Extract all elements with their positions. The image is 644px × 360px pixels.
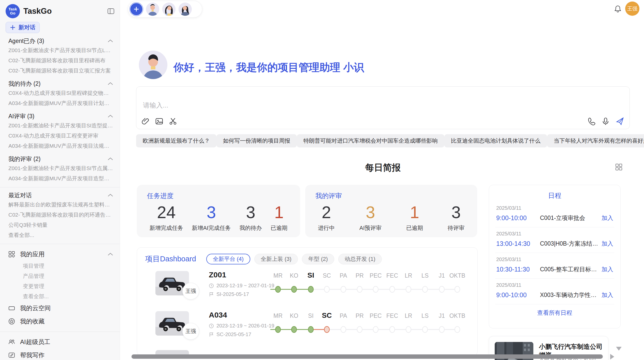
suggestion-chip[interactable]: 当下年轻人对汽车外观有怎样的喜好趋势 xyxy=(547,134,644,147)
project-daterange: 2023-12-19 ~ 2026-01-19 xyxy=(209,323,274,329)
app-subitem[interactable]: 变更管理 xyxy=(0,281,120,291)
assistant-person-icon xyxy=(139,51,167,79)
dashboard-tab[interactable]: 年型 (2) xyxy=(302,254,334,264)
section-header[interactable]: AI评审 (3) xyxy=(0,112,120,121)
schedule-date: 2025/03/11 xyxy=(489,231,620,237)
new-chat-button[interactable]: 新对话 xyxy=(6,22,40,33)
view-all-schedule-link[interactable]: 查看所有日程 xyxy=(489,309,620,317)
notification-bell-icon[interactable] xyxy=(613,5,622,13)
project-flag-text: SC-2025-05-17 xyxy=(216,332,251,337)
sidebar-item-help-write[interactable]: 帮我写作 xyxy=(0,349,120,360)
schedule-event-name: X003-车辆动力学性能验... xyxy=(540,291,598,299)
send-icon[interactable] xyxy=(616,117,624,125)
app-subitem[interactable]: 查看全部... xyxy=(0,291,120,302)
layout-grid-icon[interactable] xyxy=(615,163,623,171)
dashboard-tab[interactable]: 全新平台 (4) xyxy=(206,254,250,264)
recent-item[interactable]: 公司Q3轻卡销量 xyxy=(0,220,120,230)
schedule-card: 日程 2025/03/119:00-10:00C001-立项审批会加入2025/… xyxy=(489,185,621,328)
flag-icon xyxy=(209,292,214,297)
stat-label: 新增完成任务 xyxy=(150,224,183,232)
user-avatar[interactable]: 王强 xyxy=(625,2,639,16)
join-meeting-link[interactable]: 加入 xyxy=(602,265,613,273)
sidebar-item[interactable]: C02-飞腾新能源轻客改款项目里程碑画布 xyxy=(0,55,120,66)
stat-item: 1已逾期 xyxy=(271,203,287,232)
svg-text:PR: PR xyxy=(356,312,364,319)
flag-icon xyxy=(209,332,214,337)
sidebar-item[interactable]: C02-飞腾新能源轻客改款项目立项汇报方案 xyxy=(0,66,120,76)
recent-item[interactable]: 查看全部... xyxy=(0,230,120,240)
project-row[interactable]: 王强Z001 2023-12-19 ~ 2027-01-19 SI-2025-0… xyxy=(137,267,477,307)
assistant-avatar xyxy=(139,51,167,79)
sidebar-item[interactable]: A034-全新新能源MUV产品开发项目法规符合性评审 xyxy=(0,141,120,151)
section-header[interactable]: 我的评审 (2) xyxy=(0,155,120,163)
sidebar-item-favorites[interactable]: 我的收藏 xyxy=(0,315,120,328)
chat-input-box[interactable]: 请输入... xyxy=(136,86,630,129)
apps-grid-icon xyxy=(8,251,15,258)
people-icon xyxy=(8,339,15,345)
sidebar-item-ai-employee[interactable]: AI超级员工 xyxy=(0,335,120,349)
chevron-up-icon xyxy=(108,115,113,118)
phone-call-icon[interactable] xyxy=(587,117,595,125)
sidebar-item[interactable]: C0X4-动力总成开发项目工程变更评审 xyxy=(0,131,120,141)
add-agent-button[interactable] xyxy=(130,3,143,16)
suggestion-chip[interactable]: 特朗普可能对进口汽车增税会对中国车企造成哪些影响 xyxy=(297,134,444,147)
agent-avatar-3[interactable] xyxy=(179,3,192,16)
join-meeting-link[interactable]: 加入 xyxy=(602,240,613,248)
sidebar-item[interactable]: Z001-全新燃油皮卡产品开发项目SI节点Lesson Learn报告 xyxy=(0,45,120,55)
svg-text:PEC: PEC xyxy=(370,272,382,279)
join-meeting-link[interactable]: 加入 xyxy=(602,291,613,299)
sidebar-item[interactable]: Z001-全新燃油轻卡产品开发项目SI造型提交物评审 xyxy=(0,121,120,131)
project-daterange-text: 2023-12-19 ~ 2026-01-19 xyxy=(216,323,274,329)
sidebar-item[interactable]: C0X4-动力总成开发项目SI里程碑提交物检查 xyxy=(0,88,120,98)
section-header[interactable]: Agent已办 (3) xyxy=(0,37,120,45)
section-header[interactable]: 最近对话 xyxy=(0,191,120,200)
suggestion-chip[interactable]: 如何写一份清晰的项目周报 xyxy=(216,134,297,147)
favorites-label: 我的收藏 xyxy=(20,317,113,325)
schedule-line: 13:00-14:30C003|H0B-方案冻结评审加入 xyxy=(489,240,620,248)
microphone-icon[interactable] xyxy=(602,117,610,125)
dashboard-tab[interactable]: 全新上装 (3) xyxy=(254,254,298,264)
project-daterange-text: 2023-12-19 ~ 2027-01-19 xyxy=(216,283,274,289)
attachment-icon[interactable] xyxy=(141,117,150,125)
app-subitem[interactable]: 项目管理 xyxy=(0,261,120,271)
person-avatar-icon xyxy=(146,3,159,16)
stat-item: 3待评审 xyxy=(448,203,464,232)
horizontal-scrollbar[interactable] xyxy=(131,354,603,359)
schedule-event-name: C005-整车工程目标评审 xyxy=(540,265,598,273)
app-subitem[interactable]: 产品管理 xyxy=(0,271,120,281)
recent-item[interactable]: 解释最新出台的欧盟报废车法规再生塑料比例被调至15%... xyxy=(0,200,120,210)
sidebar-section: AI评审 (3)Z001-全新燃油轻卡产品开发项目SI造型提交物评审C0X4-动… xyxy=(0,112,120,151)
sidebar-divider xyxy=(0,244,120,244)
suggestion-chip[interactable]: 欧洲新规最近颁布了什么？ xyxy=(136,134,216,147)
suggestion-chip[interactable]: 比亚迪全固态电池计划具体说了什么 xyxy=(444,134,547,147)
agent-avatar-1[interactable] xyxy=(146,3,159,16)
schedule-time: 10:30-11:30 xyxy=(496,266,534,273)
scroll-right-arrow-icon[interactable] xyxy=(610,354,614,359)
section-title: 我的评审 (2) xyxy=(8,155,41,163)
project-code: Z001 xyxy=(209,271,226,279)
sidebar-item[interactable]: A034-全新新能源MUV产品开发项目造型可行性评审 xyxy=(0,173,120,184)
scroll-down-arrow-icon[interactable] xyxy=(616,347,622,351)
sidebar-item-my-apps[interactable]: 我的应用 xyxy=(0,248,120,261)
agent-avatar-2[interactable] xyxy=(162,3,175,16)
recent-item[interactable]: C02-飞腾新能源轻客改款项目的闭环通告反馈情况 xyxy=(0,210,120,220)
collapse-sidebar-icon[interactable] xyxy=(107,7,115,15)
greeting-text: 你好，王强，我是你的项目管理助理 小识 xyxy=(173,61,364,74)
svg-text:MR: MR xyxy=(273,272,283,279)
sidebar-item[interactable]: A034-全新新能源MUV产品开发项目计划变更变更编写 xyxy=(0,98,120,108)
logo-row: Task Go TaskGo xyxy=(0,0,120,20)
sidebar-item[interactable]: Z001-全新燃油轻卡产品开发项目SI节点属性5D文件评审 xyxy=(0,163,120,173)
project-row[interactable]: 王强A034 2023-12-19 ~ 2026-01-19 SC-2025-0… xyxy=(137,307,477,347)
task-progress-card: 任务进度 24新增完成任务3新增AI完成任务3我的待办1已逾期 xyxy=(137,185,300,237)
join-meeting-link[interactable]: 加入 xyxy=(602,214,613,222)
schedule-time: 9:00-10:00 xyxy=(496,291,534,299)
scissors-icon[interactable] xyxy=(169,117,177,125)
my-apps-label: 我的应用 xyxy=(20,250,103,258)
section-title: Agent已办 (3) xyxy=(8,37,44,45)
stat-item: 24新增完成任务 xyxy=(150,203,183,232)
dashboard-tab[interactable]: 动总开发 (1) xyxy=(338,254,382,264)
image-icon[interactable] xyxy=(155,117,163,125)
section-header[interactable]: 我的待办 (2) xyxy=(0,79,120,88)
schedule-entry: 2025/03/119:00-10:00X003-车辆动力学性能验...加入 xyxy=(489,279,620,302)
sidebar-item-cloud-space[interactable]: 我的云空间 xyxy=(0,302,120,315)
